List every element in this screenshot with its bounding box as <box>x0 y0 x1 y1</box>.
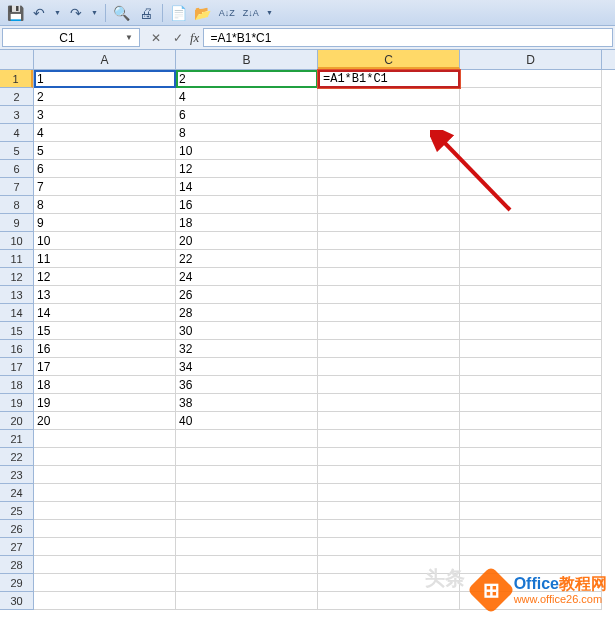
cell-a4[interactable]: 4 <box>34 124 176 142</box>
cell-d11[interactable] <box>460 250 602 268</box>
cell-c20[interactable] <box>318 412 460 430</box>
sort-desc-button[interactable]: Z↓A <box>240 3 262 23</box>
cell-c3[interactable] <box>318 106 460 124</box>
cell-d17[interactable] <box>460 358 602 376</box>
cell-c16[interactable] <box>318 340 460 358</box>
cell-d24[interactable] <box>460 484 602 502</box>
cell-b3[interactable]: 6 <box>176 106 318 124</box>
cell-d4[interactable] <box>460 124 602 142</box>
cell-a18[interactable]: 18 <box>34 376 176 394</box>
row-header-30[interactable]: 30 <box>0 592 33 610</box>
confirm-button[interactable]: ✓ <box>168 31 188 45</box>
cell-c25[interactable] <box>318 502 460 520</box>
cell-a14[interactable]: 14 <box>34 304 176 322</box>
row-header-25[interactable]: 25 <box>0 502 33 520</box>
select-all-corner[interactable] <box>0 50 34 70</box>
cell-d22[interactable] <box>460 448 602 466</box>
cell-d1[interactable] <box>460 70 602 88</box>
name-box[interactable]: C1 ▼ <box>2 28 140 47</box>
cell-c22[interactable] <box>318 448 460 466</box>
row-header-2[interactable]: 2 <box>0 88 33 106</box>
cell-b16[interactable]: 32 <box>176 340 318 358</box>
cell-c29[interactable] <box>318 574 460 592</box>
sort-asc-button[interactable]: A↓Z <box>216 3 238 23</box>
cell-d13[interactable] <box>460 286 602 304</box>
cell-d3[interactable] <box>460 106 602 124</box>
cell-a5[interactable]: 5 <box>34 142 176 160</box>
cancel-button[interactable]: ✕ <box>146 31 166 45</box>
cell-c4[interactable] <box>318 124 460 142</box>
row-header-16[interactable]: 16 <box>0 340 33 358</box>
row-header-4[interactable]: 4 <box>0 124 33 142</box>
cell-c9[interactable] <box>318 214 460 232</box>
cell-b22[interactable] <box>176 448 318 466</box>
cell-a12[interactable]: 12 <box>34 268 176 286</box>
cell-c18[interactable] <box>318 376 460 394</box>
row-header-23[interactable]: 23 <box>0 466 33 484</box>
cell-c26[interactable] <box>318 520 460 538</box>
cell-c17[interactable] <box>318 358 460 376</box>
cell-d16[interactable] <box>460 340 602 358</box>
row-header-8[interactable]: 8 <box>0 196 33 214</box>
cell-c8[interactable] <box>318 196 460 214</box>
fx-icon[interactable]: fx <box>190 30 199 46</box>
cell-d19[interactable] <box>460 394 602 412</box>
cell-b19[interactable]: 38 <box>176 394 318 412</box>
cell-b20[interactable]: 40 <box>176 412 318 430</box>
row-header-15[interactable]: 15 <box>0 322 33 340</box>
cell-d18[interactable] <box>460 376 602 394</box>
column-header-c[interactable]: C <box>318 50 460 69</box>
cell-c5[interactable] <box>318 142 460 160</box>
row-header-6[interactable]: 6 <box>0 160 33 178</box>
row-header-20[interactable]: 20 <box>0 412 33 430</box>
cell-b11[interactable]: 22 <box>176 250 318 268</box>
cell-a24[interactable] <box>34 484 176 502</box>
column-header-d[interactable]: D <box>460 50 602 69</box>
qat-customize-dropdown[interactable]: ▼ <box>264 9 275 16</box>
cell-c28[interactable] <box>318 556 460 574</box>
cell-c15[interactable] <box>318 322 460 340</box>
cell-d14[interactable] <box>460 304 602 322</box>
cell-d10[interactable] <box>460 232 602 250</box>
open-button[interactable]: 📂 <box>192 3 214 23</box>
cell-d29[interactable] <box>460 574 602 592</box>
cell-d5[interactable] <box>460 142 602 160</box>
column-header-a[interactable]: A <box>34 50 176 69</box>
cell-a2[interactable]: 2 <box>34 88 176 106</box>
cell-d27[interactable] <box>460 538 602 556</box>
cell-b17[interactable]: 34 <box>176 358 318 376</box>
cell-d8[interactable] <box>460 196 602 214</box>
cell-d15[interactable] <box>460 322 602 340</box>
cell-a23[interactable] <box>34 466 176 484</box>
row-header-11[interactable]: 11 <box>0 250 33 268</box>
cell-a1[interactable]: 1 <box>34 70 176 88</box>
cell-d30[interactable] <box>460 592 602 610</box>
cell-a26[interactable] <box>34 520 176 538</box>
cell-a21[interactable] <box>34 430 176 448</box>
cell-c19[interactable] <box>318 394 460 412</box>
cell-a13[interactable]: 13 <box>34 286 176 304</box>
row-header-3[interactable]: 3 <box>0 106 33 124</box>
row-header-1[interactable]: 1 <box>0 70 33 88</box>
redo-dropdown[interactable]: ▼ <box>89 9 100 16</box>
cell-c27[interactable] <box>318 538 460 556</box>
redo-button[interactable]: ↷ <box>65 3 87 23</box>
row-header-18[interactable]: 18 <box>0 376 33 394</box>
print-preview-button[interactable]: 🔍 <box>111 3 133 23</box>
cell-c12[interactable] <box>318 268 460 286</box>
cell-d12[interactable] <box>460 268 602 286</box>
cell-c24[interactable] <box>318 484 460 502</box>
row-header-24[interactable]: 24 <box>0 484 33 502</box>
cell-a28[interactable] <box>34 556 176 574</box>
cell-a30[interactable] <box>34 592 176 610</box>
cell-a7[interactable]: 7 <box>34 178 176 196</box>
cell-a29[interactable] <box>34 574 176 592</box>
cell-b26[interactable] <box>176 520 318 538</box>
active-cell-c1-editing[interactable]: =A1*B1*C1 <box>318 70 460 88</box>
cell-b14[interactable]: 28 <box>176 304 318 322</box>
save-button[interactable]: 💾 <box>4 3 26 23</box>
cell-d25[interactable] <box>460 502 602 520</box>
row-header-14[interactable]: 14 <box>0 304 33 322</box>
cell-a22[interactable] <box>34 448 176 466</box>
cell-c7[interactable] <box>318 178 460 196</box>
